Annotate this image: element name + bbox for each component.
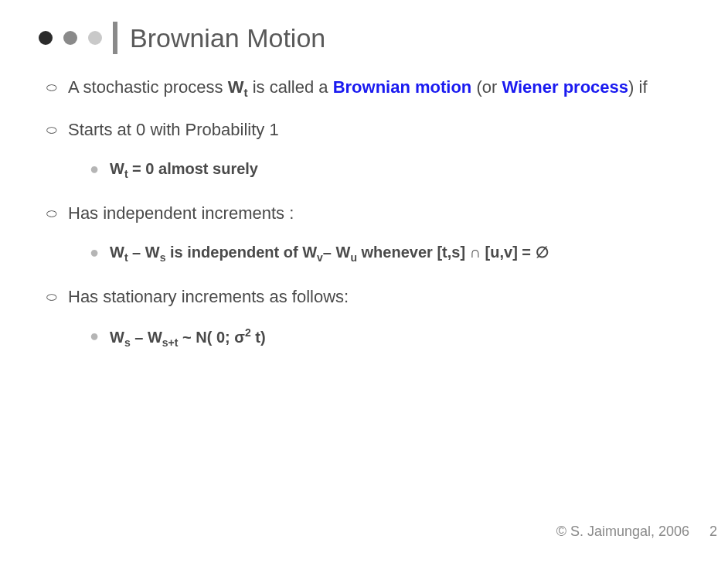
sub-bullet-marker-icon: ● <box>90 242 110 265</box>
bullet-marker-icon: ⬭ <box>46 76 68 101</box>
sub-bullet-item: ● Wt = 0 almost surely <box>90 159 697 182</box>
sub-bullet-text: Wt = 0 almost surely <box>110 159 697 182</box>
footer-copyright: © S. Jaimungal, 2006 <box>556 524 689 540</box>
sub-bullet-marker-icon: ● <box>90 326 110 350</box>
bullet-text: A stochastic process Wt is called a Brow… <box>68 76 697 101</box>
dot-icon <box>63 31 77 45</box>
header-divider <box>113 22 117 54</box>
sub-bullet-marker-icon: ● <box>90 159 110 182</box>
bullet-item: ⬭ Has independent increments : <box>46 202 697 225</box>
dot-icon <box>88 31 102 45</box>
bullet-marker-icon: ⬭ <box>46 202 68 225</box>
slide-title: Brownian Motion <box>130 23 325 53</box>
sub-bullet-item: ● Wt – Ws is independent of Wv– Wu whene… <box>90 242 697 265</box>
slide-header: Brownian Motion <box>39 22 697 54</box>
bullet-marker-icon: ⬭ <box>46 285 68 309</box>
header-dots <box>39 31 102 45</box>
page-number: 2 <box>697 524 728 540</box>
bullet-item: ⬭ Starts at 0 with Probability 1 <box>46 118 697 142</box>
dot-icon <box>39 31 53 45</box>
sub-bullet-text: Ws – Ws+t ~ N( 0; σ2 t) <box>110 326 697 350</box>
bullet-item: ⬭ Has stationary increments as follows: <box>46 285 697 309</box>
bullet-item: ⬭ A stochastic process Wt is called a Br… <box>46 76 697 101</box>
slide-content: ⬭ A stochastic process Wt is called a Br… <box>31 76 697 350</box>
sub-bullet-item: ● Ws – Ws+t ~ N( 0; σ2 t) <box>90 326 697 350</box>
bullet-marker-icon: ⬭ <box>46 118 68 142</box>
bullet-text: Has independent increments : <box>68 202 697 225</box>
sub-bullet-text: Wt – Ws is independent of Wv– Wu wheneve… <box>110 242 697 265</box>
bullet-text: Starts at 0 with Probability 1 <box>68 118 697 142</box>
bullet-text: Has stationary increments as follows: <box>68 285 697 309</box>
